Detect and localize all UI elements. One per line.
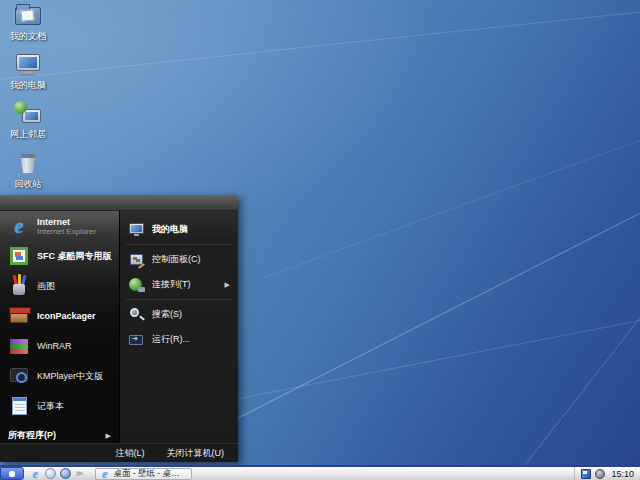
tray-network-icon[interactable] xyxy=(581,469,591,479)
taskbar-clock: 15:10 xyxy=(609,469,634,479)
desktop-icon-my-computer[interactable]: 我的电脑 xyxy=(0,52,56,90)
paint-icon xyxy=(8,275,30,297)
menu-item-search[interactable]: 搜索(S) xyxy=(120,302,238,327)
desktop-icon-label: 网上邻居 xyxy=(0,129,56,139)
start-menu-bottom-bar: 注销(L) 关闭计算机(U) xyxy=(0,443,238,462)
sfc-app-icon xyxy=(8,245,30,267)
wallpaper-line xyxy=(0,0,640,94)
start-button-icon xyxy=(9,471,15,477)
submenu-arrow-icon: ▶ xyxy=(225,281,234,289)
menu-item-my-computer[interactable]: 我的电脑 xyxy=(120,217,238,242)
start-menu-header xyxy=(0,195,238,211)
menu-item-title: Internet xyxy=(37,217,96,227)
desktop-icon-network-places[interactable]: 网上邻居 xyxy=(0,101,56,139)
menu-item-sfc[interactable]: SFC 桌酷网专用版 xyxy=(0,241,119,271)
logout-button[interactable]: 注销(L) xyxy=(116,447,145,460)
submenu-arrow-icon: ▶ xyxy=(106,432,115,440)
quicklaunch-media-player-icon[interactable] xyxy=(45,468,56,479)
start-menu-right-column: 我的电脑 控制面板(C) 连接到(T) ▶ 搜索(S) xyxy=(119,211,238,443)
search-icon xyxy=(128,306,145,323)
iconpackager-icon xyxy=(8,305,30,327)
winrar-icon xyxy=(8,335,30,357)
control-panel-icon xyxy=(128,251,145,268)
my-documents-icon xyxy=(14,3,42,29)
my-computer-small-icon xyxy=(128,221,145,238)
menu-item-control-panel[interactable]: 控制面板(C) xyxy=(120,247,238,272)
window-ie-icon: e xyxy=(100,468,109,479)
menu-item-label: 我的电脑 xyxy=(152,223,188,236)
menu-item-kmplayer[interactable]: KMPlayer中文版 xyxy=(0,361,119,391)
menu-item-run[interactable]: 运行(R)... xyxy=(120,327,238,352)
menu-item-label: 记事本 xyxy=(37,400,64,413)
quicklaunch-ie-icon[interactable]: e xyxy=(30,468,41,479)
menu-separator xyxy=(126,244,232,245)
quicklaunch-expand-chevron[interactable]: ≫ xyxy=(75,469,83,478)
menu-item-connect-to[interactable]: 连接到(T) ▶ xyxy=(120,272,238,297)
start-menu-left-column: e Internet Internet Explorer SFC 桌酷网专用版 … xyxy=(0,211,119,443)
menu-item-paint[interactable]: 画图 xyxy=(0,271,119,301)
menu-item-label: KMPlayer中文版 xyxy=(37,370,103,383)
quick-launch: e ≫ xyxy=(26,468,87,479)
wallpaper-line xyxy=(414,54,640,480)
menu-item-label: 连接到(T) xyxy=(152,278,191,291)
system-tray: 15:10 xyxy=(574,467,640,480)
shutdown-button[interactable]: 关闭计算机(U) xyxy=(167,447,225,460)
kmplayer-icon xyxy=(8,365,30,387)
recycle-bin-icon xyxy=(14,151,42,177)
menu-item-label: 画图 xyxy=(37,280,55,293)
menu-item-internet[interactable]: e Internet Internet Explorer xyxy=(0,211,119,241)
start-button[interactable] xyxy=(0,467,24,480)
desktop-icon-label: 我的电脑 xyxy=(0,80,56,90)
menu-item-label: 运行(R)... xyxy=(152,333,190,346)
menu-item-label: 搜索(S) xyxy=(152,308,182,321)
tray-volume-icon[interactable] xyxy=(595,469,605,479)
notepad-icon xyxy=(8,395,30,417)
desktop-icon-label: 回收站 xyxy=(0,179,56,189)
menu-item-winrar[interactable]: WinRAR xyxy=(0,331,119,361)
desktop-icon-my-documents[interactable]: 我的文档 xyxy=(0,3,56,41)
menu-item-label: IconPackager xyxy=(37,311,96,321)
menu-separator xyxy=(126,299,232,300)
taskbar-window-button[interactable]: e 桌面 - 壁纸 - 桌酷壁... xyxy=(95,468,192,480)
menu-item-label: WinRAR xyxy=(37,341,72,351)
menu-item-iconpackager[interactable]: IconPackager xyxy=(0,301,119,331)
menu-item-notepad[interactable]: 记事本 xyxy=(0,391,119,421)
internet-explorer-icon: e xyxy=(8,215,30,237)
quicklaunch-browser-icon[interactable] xyxy=(60,468,71,479)
run-icon xyxy=(128,331,145,348)
all-programs-label: 所有程序(P) xyxy=(8,429,56,442)
menu-item-label: 控制面板(C) xyxy=(152,253,201,266)
taskbar-window-title: 桌面 - 壁纸 - 桌酷壁... xyxy=(113,468,187,480)
desktop: 我的文档 我的电脑 网上邻居 回收站 e Internet Interne xyxy=(0,0,640,480)
wallpaper-line xyxy=(173,6,640,452)
desktop-icon-recycle-bin[interactable]: 回收站 xyxy=(0,151,56,189)
desktop-icon-label: 我的文档 xyxy=(0,31,56,41)
taskbar: e ≫ e 桌面 - 壁纸 - 桌酷壁... 15:10 xyxy=(0,465,640,480)
menu-item-label: SFC 桌酷网专用版 xyxy=(37,250,112,263)
wallpaper-line xyxy=(264,3,640,278)
menu-item-subtitle: Internet Explorer xyxy=(37,227,96,236)
start-menu: e Internet Internet Explorer SFC 桌酷网专用版 … xyxy=(0,195,238,462)
network-places-icon xyxy=(14,101,42,127)
connect-to-icon xyxy=(128,276,145,293)
my-computer-icon xyxy=(14,52,42,78)
